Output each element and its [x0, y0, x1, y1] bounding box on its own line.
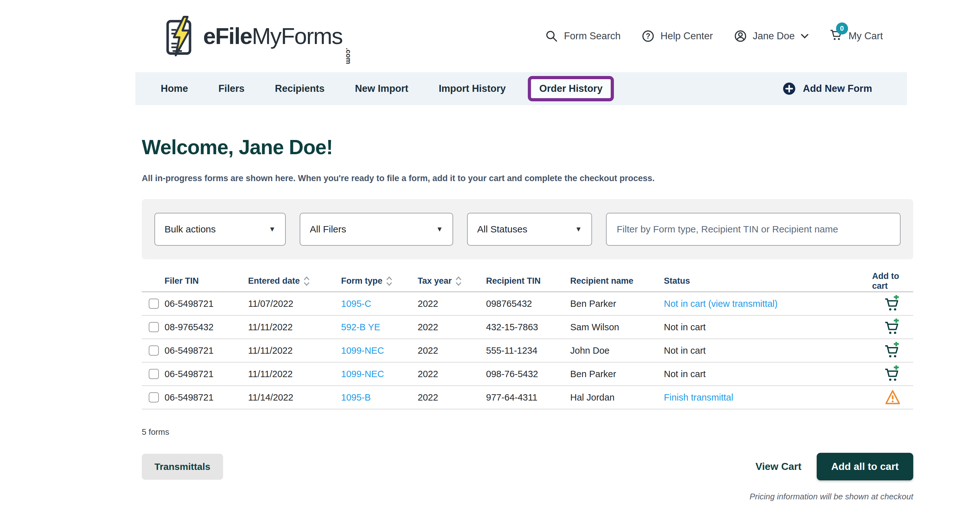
user-name-label: Jane Doe	[753, 30, 795, 42]
cell-recipient-name: John Doe	[570, 345, 664, 356]
all-filers-value: All Filers	[310, 224, 346, 235]
logo-clipboard-bolt-icon	[163, 16, 198, 57]
logo-brand-light: MyForms	[252, 23, 342, 49]
nav-items: Home Filers Recipients New Import Import…	[135, 76, 606, 101]
add-new-form-label: Add New Form	[803, 83, 872, 94]
my-cart-label: My Cart	[849, 30, 883, 42]
cell-recipient-name: Ben Parker	[570, 298, 664, 309]
view-cart-button[interactable]: View Cart	[755, 461, 801, 472]
row-checkbox[interactable]	[149, 298, 159, 309]
table-row: 06-5498721 11/07/2022 1095-C 2022 098765…	[142, 292, 913, 316]
form-type-link[interactable]: 1099-NEC	[341, 345, 384, 356]
svg-text:?: ?	[646, 32, 650, 40]
col-form-type: Form type	[341, 276, 418, 287]
help-center-button[interactable]: ? Help Center	[641, 29, 713, 43]
nav-order-history[interactable]: Order History	[539, 83, 603, 94]
cell-filer-tin: 08-9765432	[165, 322, 248, 332]
main-navbar: Home Filers Recipients New Import Import…	[135, 72, 907, 105]
form-type-link[interactable]: 592-B YE	[341, 322, 380, 332]
pricing-note: Pricing information will be shown at che…	[142, 492, 913, 501]
cell-recipient-name: Hal Jordan	[570, 393, 664, 403]
logo-brand-bold: eFile	[203, 23, 252, 49]
user-icon	[734, 29, 747, 43]
cart-count-badge: 0	[836, 22, 848, 35]
cell-filer-tin: 06-5498721	[165, 369, 248, 379]
status-text: Not in cart	[664, 345, 706, 356]
cell-entered-date: 11/11/2022	[248, 322, 341, 332]
status-link[interactable]: Finish transmittal	[664, 393, 733, 402]
add-to-cart-icon[interactable]	[884, 295, 901, 312]
cell-tax-year: 2022	[418, 298, 486, 309]
warning-icon[interactable]	[884, 389, 901, 406]
dropdown-caret-icon: ▼	[575, 225, 582, 233]
sort-icon[interactable]	[386, 276, 393, 287]
cell-entered-date: 11/11/2022	[248, 369, 341, 379]
add-to-cart-icon[interactable]	[884, 365, 901, 383]
cell-recipient-tin: 432-15-7863	[486, 322, 570, 332]
form-search-label: Form Search	[564, 30, 620, 42]
status-link[interactable]: Not in cart (view transmittal)	[664, 298, 778, 309]
table-row: 06-5498721 11/11/2022 1099-NEC 2022 098-…	[142, 362, 913, 386]
cell-recipient-name: Ben Parker	[570, 369, 664, 379]
my-cart-button[interactable]: 0 My Cart	[830, 28, 883, 44]
cell-entered-date: 11/11/2022	[248, 345, 341, 356]
cell-tax-year: 2022	[418, 369, 486, 379]
table-row: 06-5498721 11/11/2022 1099-NEC 2022 555-…	[142, 339, 913, 362]
cell-filer-tin: 06-5498721	[165, 393, 248, 403]
top-header: eFileMyForms.com Form Search ? Help Cent…	[0, 0, 980, 72]
add-to-cart-icon[interactable]	[884, 319, 901, 336]
sort-icon[interactable]	[303, 276, 310, 287]
status-text: Not in cart	[664, 369, 706, 379]
form-type-link[interactable]: 1095-C	[341, 298, 371, 309]
cell-recipient-tin: 977-64-4311	[486, 393, 570, 403]
transmittals-button[interactable]: Transmittals	[142, 454, 223, 480]
add-all-to-cart-button[interactable]: Add all to cart	[817, 453, 913, 480]
nav-home[interactable]: Home	[161, 83, 188, 94]
all-filers-dropdown[interactable]: All Filers ▼	[300, 213, 453, 246]
logo-tld: .com	[344, 48, 353, 64]
status-text: Not in cart	[664, 322, 706, 332]
help-center-label: Help Center	[660, 30, 713, 42]
row-checkbox[interactable]	[149, 322, 159, 332]
cell-tax-year: 2022	[418, 345, 486, 356]
all-statuses-dropdown[interactable]: All Statuses ▼	[467, 213, 592, 246]
table-row: 06-5498721 11/14/2022 1095-B 2022 977-64…	[142, 386, 913, 409]
cell-entered-date: 11/14/2022	[248, 393, 341, 403]
sort-icon[interactable]	[455, 276, 462, 287]
plus-circle-icon	[783, 82, 796, 95]
nav-filers[interactable]: Filers	[218, 83, 245, 94]
logo-text: eFileMyForms.com	[203, 23, 360, 49]
row-checkbox[interactable]	[149, 369, 159, 379]
col-tax-year: Tax year	[418, 276, 486, 287]
forms-count: 5 forms	[142, 427, 913, 437]
table-row: 08-9765432 11/11/2022 592-B YE 2022 432-…	[142, 316, 913, 339]
main-content: Welcome, Jane Doe! All in-progress forms…	[142, 136, 913, 501]
form-search-button[interactable]: Form Search	[545, 29, 620, 43]
account-menu[interactable]: Jane Doe	[734, 29, 809, 43]
add-new-form-button[interactable]: Add New Form	[783, 82, 872, 95]
nav-import-history[interactable]: Import History	[439, 83, 506, 94]
chevron-down-icon	[800, 33, 809, 39]
row-checkbox[interactable]	[149, 345, 159, 356]
help-icon: ?	[641, 29, 655, 43]
filter-bar: Bulk actions ▼ All Filers ▼ All Statuses…	[142, 199, 913, 259]
cell-recipient-tin: 098765432	[486, 298, 570, 309]
nav-recipients[interactable]: Recipients	[275, 83, 325, 94]
site-logo[interactable]: eFileMyForms.com	[163, 16, 360, 57]
cell-entered-date: 11/07/2022	[248, 298, 341, 309]
add-to-cart-icon[interactable]	[884, 342, 901, 359]
search-icon	[545, 29, 558, 43]
col-status: Status	[664, 276, 872, 286]
nav-new-import[interactable]: New Import	[355, 83, 409, 94]
header-nav: Form Search ? Help Center Jane Doe	[545, 28, 883, 44]
col-recipient-tin: Recipient TIN	[486, 276, 570, 286]
bulk-actions-dropdown[interactable]: Bulk actions ▼	[154, 213, 286, 246]
row-checkbox[interactable]	[149, 393, 159, 402]
page-title: Welcome, Jane Doe!	[142, 136, 913, 159]
cell-tax-year: 2022	[418, 393, 486, 403]
all-statuses-value: All Statuses	[477, 224, 527, 235]
cell-recipient-tin: 098-76-5432	[486, 369, 570, 379]
form-type-link[interactable]: 1099-NEC	[341, 369, 384, 379]
form-type-link[interactable]: 1095-B	[341, 393, 371, 402]
filter-search-input[interactable]	[606, 213, 900, 246]
